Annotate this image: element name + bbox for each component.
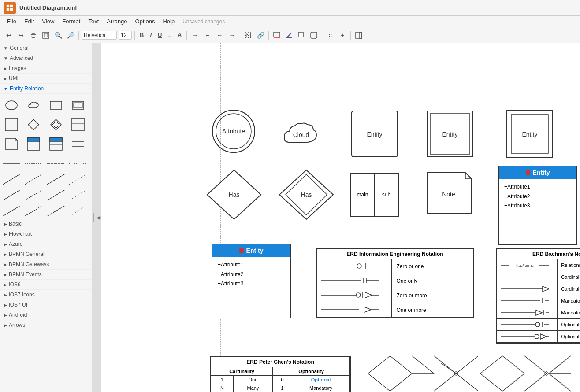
erd-ie-notation-table: ERD Information Engineering Notation [316, 248, 474, 318]
shape-button[interactable] [309, 30, 319, 41]
canvas-container[interactable]: Attribute Cloud Entity [101, 43, 580, 392]
line-diag-3[interactable] [47, 174, 65, 185]
svg-rect-10 [298, 32, 303, 37]
sidebar-item-ios6[interactable]: ▶ iOS6 [0, 280, 92, 290]
undo-button[interactable]: ↩ [4, 30, 14, 41]
svg-point-14 [6, 101, 17, 110]
sidebar-item-general[interactable]: ▼ General [0, 43, 92, 53]
sidebar-item-flowchart[interactable]: ▶ Flowchart [0, 229, 92, 239]
entity-blue-table-right[interactable]: Entity +Attribute1 +Attribute2 +Attribut… [498, 166, 577, 245]
shape-entity-split-blue[interactable] [47, 135, 65, 153]
mainsub-shape[interactable]: main sub [350, 173, 399, 217]
line-item-1[interactable] [3, 158, 20, 169]
arrow-left-button[interactable]: ← [214, 30, 225, 41]
shape-diamond-double[interactable] [47, 116, 65, 133]
fill-color-button[interactable] [271, 30, 282, 41]
menu-options[interactable]: Options [132, 17, 159, 26]
add-button[interactable]: + [337, 30, 348, 41]
font-selector[interactable] [82, 31, 117, 40]
menu-help[interactable]: Help [159, 17, 178, 26]
shape-cloud[interactable] [25, 96, 42, 114]
svg-line-45 [3, 190, 20, 200]
attribute-shape[interactable]: Attribute [209, 107, 258, 155]
zoom-out-button[interactable]: 🔎 [65, 30, 76, 41]
sidebar-item-azure[interactable]: ▶ Azure [0, 239, 92, 249]
line-diag-5[interactable] [3, 190, 20, 200]
line-item-2[interactable] [25, 158, 42, 169]
stroke-color-button[interactable] [284, 30, 294, 41]
elbow-button[interactable]: ⌐ [202, 30, 212, 41]
diamond-has-double-shape[interactable]: Has [278, 168, 335, 221]
line-diag-1[interactable] [3, 174, 20, 185]
shape-entity-double[interactable] [69, 96, 87, 114]
sidebar-item-ios7-ui[interactable]: ▶ iOS7 UI [0, 300, 92, 310]
entity-inner-box-shape[interactable]: Entity [506, 109, 554, 159]
shape-entity-blue[interactable] [25, 135, 42, 153]
shape-entity-table[interactable] [3, 116, 20, 133]
line-item-3[interactable] [47, 158, 65, 169]
svg-line-131 [502, 374, 524, 391]
grid-button[interactable]: ⠿ [325, 30, 335, 41]
sidebar-item-entity-relation[interactable]: ▼ Entity Relation [0, 84, 92, 94]
shape-attribute[interactable] [3, 96, 20, 114]
link-button[interactable]: 🔗 [255, 30, 266, 41]
menu-text[interactable]: Text [85, 17, 102, 26]
font-color-button[interactable]: A [175, 31, 184, 39]
line-item-4[interactable] [69, 158, 87, 169]
shape-split-entity[interactable] [69, 116, 87, 133]
sidebar-item-images[interactable]: ▶ Images [0, 63, 92, 74]
svg-text:has/forms: has/forms [516, 263, 534, 268]
sidebar-item-arrows[interactable]: ▶ Arrows [0, 320, 92, 330]
sidebar-item-ios7-icons[interactable]: ▶ iOS7 Icons [0, 290, 92, 300]
underline-button[interactable]: U [156, 31, 164, 39]
line-diag-12[interactable] [69, 206, 87, 216]
menu-file[interactable]: File [4, 17, 20, 26]
line-diag-4[interactable] [69, 174, 87, 185]
shape-entity-rect[interactable] [47, 96, 65, 114]
shadow-button[interactable] [296, 30, 307, 41]
zoom-in-button[interactable]: 🔍 [53, 30, 63, 41]
sidebar-item-basic[interactable]: ▶ Basic [0, 219, 92, 229]
menu-view[interactable]: View [38, 17, 58, 26]
line-diag-8[interactable] [69, 190, 87, 200]
diamond-has-shape[interactable]: Has [205, 168, 263, 221]
sidebar-item-bpmn-general[interactable]: ▶ BPMN General [0, 249, 92, 259]
note-shape[interactable]: Note [426, 171, 473, 215]
line-diag-11[interactable] [47, 206, 65, 216]
line-diag-9[interactable] [3, 206, 20, 216]
menu-arrange[interactable]: Arrange [103, 17, 130, 26]
line-diag-7[interactable] [47, 190, 65, 200]
shape-diamond[interactable] [25, 116, 42, 133]
sidebar-resize-handle[interactable] [93, 43, 95, 392]
entity-blue-table-left[interactable]: Entity +Attribute1 +Attribute2 +Attribut… [212, 244, 291, 318]
delete-button[interactable]: 🗑 [28, 30, 39, 41]
arrow-right-button[interactable]: → [190, 30, 200, 41]
svg-text:Entity: Entity [367, 131, 382, 138]
align-left-button[interactable]: ≡ [166, 31, 174, 39]
format-panel-button[interactable] [353, 30, 364, 41]
font-size-input[interactable] [119, 31, 132, 40]
line-diag-2[interactable] [25, 174, 42, 185]
entity-rect-shape[interactable]: Entity [350, 109, 399, 159]
line-diag-6[interactable] [25, 190, 42, 200]
entity-double-border-shape[interactable]: Entity [426, 109, 474, 159]
sidebar-item-android[interactable]: ▶ Android [0, 310, 92, 320]
arrow-bidirectional-button[interactable]: ↔ [227, 30, 237, 41]
bold-button[interactable]: B [138, 31, 146, 39]
italic-button[interactable]: I [148, 31, 154, 39]
image-button[interactable]: 🖼 [243, 30, 253, 41]
shape-lines-group[interactable] [69, 135, 87, 153]
sidebar-item-bpmn-events[interactable]: ▶ BPMN Events [0, 270, 92, 280]
fit-page-button[interactable] [41, 30, 51, 41]
bachman-optional-one-label: Optional, One [558, 319, 580, 331]
sidebar-item-advanced[interactable]: ▼ Advanced [0, 53, 92, 63]
shape-note[interactable] [3, 135, 20, 153]
menu-format[interactable]: Format [59, 17, 84, 26]
menu-edit[interactable]: Edit [21, 17, 37, 26]
sidebar-collapse-button[interactable]: ◀ [95, 43, 101, 392]
sidebar-item-bpmn-gateways[interactable]: ▶ BPMN Gateways [0, 259, 92, 270]
cloud-shape[interactable]: Cloud [278, 111, 326, 155]
sidebar-item-uml[interactable]: ▶ UML [0, 74, 92, 84]
line-diag-10[interactable] [25, 206, 42, 216]
redo-button[interactable]: ↪ [16, 30, 26, 41]
